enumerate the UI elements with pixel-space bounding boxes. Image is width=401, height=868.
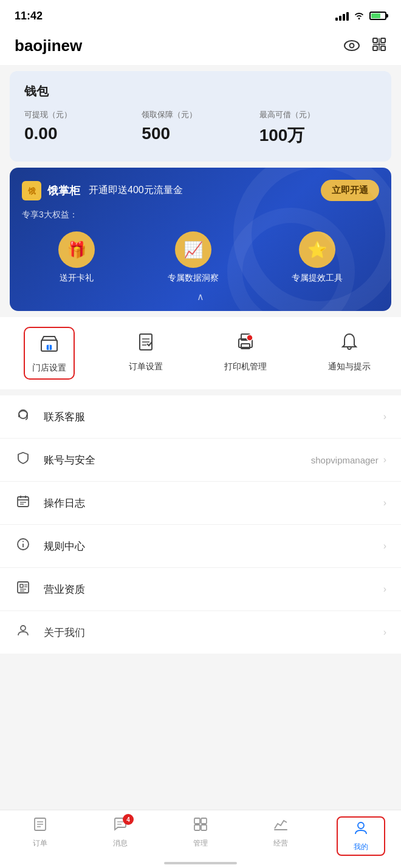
mine-tab-icon [353,820,369,839]
tab-business-label: 经营 [273,838,288,849]
svg-rect-22 [18,414,20,417]
business-tab-icon [273,816,289,836]
promo-subtitle: 专享3大权益： [22,210,379,220]
store-icon [39,333,60,358]
promo-brand-name: 饿掌柜 [47,183,80,198]
list-item-contact-service[interactable]: 联系客服 › [0,395,401,439]
tab-manage-label: 管理 [193,838,208,849]
list-item-about[interactable]: 关于我们 › [0,611,401,654]
menu-store-settings[interactable]: 门店设置 [24,327,75,380]
tab-mine-label: 我的 [354,842,368,852]
list-label-account: 账号与安全 [44,453,311,467]
calendar-icon [15,494,32,512]
svg-rect-49 [201,825,207,830]
list-item-account-security[interactable]: 账号与安全 shopvipmanager › [0,439,401,482]
bottom-indicator [164,862,237,864]
promo-brand: 饿 饿掌柜 开通即送400元流量金 [22,181,183,200]
wallet-value-2: 100万 [259,124,377,147]
header-actions [344,37,386,55]
printer-icon [235,332,256,357]
tab-mine[interactable]: 我的 [337,816,385,856]
bell-icon [339,332,360,357]
wallet-value-0: 0.00 [24,124,142,143]
arrow-icon-license: › [383,584,386,595]
tab-business[interactable]: 经营 [256,816,305,856]
tab-order[interactable]: 订单 [16,816,64,856]
svg-rect-50 [274,829,287,830]
gift-icon: 🎁 [58,231,95,268]
order-settings-icon [135,332,156,357]
list-label-rule: 规则中心 [44,539,383,553]
svg-rect-24 [18,497,29,507]
promo-top: 饿 饿掌柜 开通即送400元流量金 立即开通 [22,180,379,201]
svg-point-0 [344,41,359,50]
promo-logo: 饿 [22,181,41,200]
license-icon [15,580,32,598]
status-bar: 11:42 [0,0,401,29]
list-section: 联系客服 › 账号与安全 shopvipmanager › 操作日志 › 规则中… [0,395,401,654]
menu-notifications[interactable]: 通知与提示 [321,327,378,380]
svg-rect-2 [373,38,377,43]
menu-grid: 门店设置 订单设置 打印机管理 [0,317,401,389]
svg-point-20 [247,335,253,341]
eye-icon[interactable] [344,38,360,55]
wallet-label-1: 领取保障（元） [142,109,259,120]
promo-feature-data: 📈 专属数据洞察 [168,231,219,284]
status-time: 11:42 [15,10,43,22]
list-item-operation-log[interactable]: 操作日志 › [0,482,401,525]
list-label-oplog: 操作日志 [44,496,383,510]
order-tab-icon [32,816,48,836]
tab-manage[interactable]: 管理 [176,816,225,856]
wallet-stat-guarantee: 领取保障（元） 500 [142,109,259,147]
list-item-business-license[interactable]: 营业资质 › [0,568,401,611]
menu-label-notifications: 通知与提示 [328,361,371,372]
promo-feature-label-2: 专属提效工具 [292,273,343,284]
wallet-label-0: 可提现（元） [24,109,142,120]
list-label-about: 关于我们 [44,626,383,640]
tab-order-label: 订单 [33,838,47,849]
promo-open-button[interactable]: 立即开通 [321,180,379,201]
info-icon [15,537,32,555]
battery-icon [369,12,386,20]
svg-point-39 [21,626,26,630]
signal-icon [335,11,349,21]
svg-rect-47 [201,818,207,824]
tab-message-label: 消息 [113,838,128,849]
header: baojinew [0,29,401,65]
promo-description: 开通即送400元流量金 [89,184,183,197]
app-title: baojinew [15,36,82,55]
promo-banner: 饿 饿掌柜 开通即送400元流量金 立即开通 专享3大权益： 🎁 送开卡礼 📈 … [10,168,391,311]
svg-rect-5 [381,46,385,50]
wallet-label-2: 最高可借（元） [259,109,377,120]
person-icon [15,623,32,641]
svg-rect-48 [194,825,200,830]
arrow-icon-account: › [383,454,386,465]
svg-text:饿: 饿 [27,186,36,196]
star-icon: ⭐ [299,231,335,268]
arrow-icon-oplog: › [383,497,386,508]
svg-point-1 [350,43,354,47]
menu-printer[interactable]: 打印机管理 [217,327,274,380]
list-item-rule-center[interactable]: 规则中心 › [0,525,401,568]
svg-rect-23 [26,414,28,417]
promo-chevron-icon: ∧ [22,291,379,302]
svg-point-51 [358,822,364,829]
status-icons [335,11,386,21]
message-badge: 4 [123,814,134,825]
shield-icon [15,451,32,469]
wallet-value-1: 500 [142,124,259,143]
menu-label-printer: 打印机管理 [224,361,267,372]
scan-icon[interactable] [372,37,386,55]
wallet-stat-withdrawable: 可提现（元） 0.00 [24,109,142,147]
headset-icon [15,408,32,426]
arrow-icon-contact: › [383,411,386,422]
menu-label-order: 订单设置 [129,361,163,372]
menu-label-store: 门店设置 [32,363,66,374]
chart-icon: 📈 [175,231,211,268]
promo-feature-gift: 🎁 送开卡礼 [58,231,95,284]
wallet-card: 钱包 可提现（元） 0.00 领取保障（元） 500 最高可借（元） 100万 [10,71,391,162]
menu-order-settings[interactable]: 订单设置 [122,327,170,380]
tab-message[interactable]: 4 消息 [96,816,145,856]
promo-feature-label-0: 送开卡礼 [60,273,94,284]
svg-rect-34 [20,584,23,587]
